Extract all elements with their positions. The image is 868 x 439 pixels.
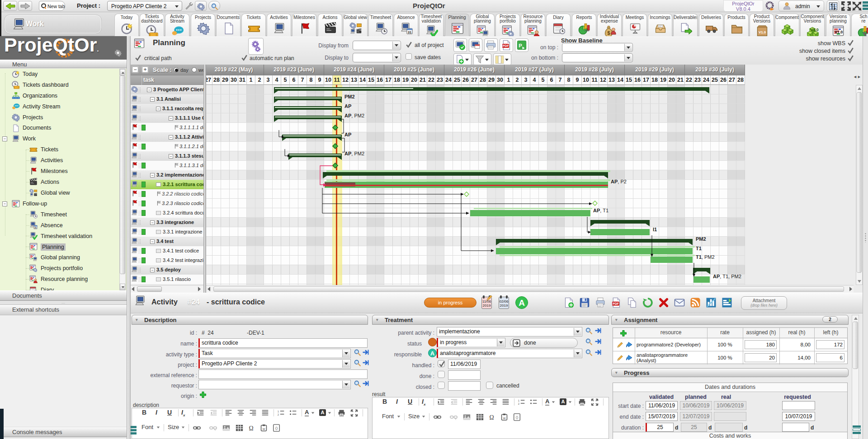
svg-text:PDF: PDF (613, 302, 619, 305)
svg-text:PDF: PDF (503, 44, 509, 47)
svg-text:Ω: Ω (489, 414, 494, 421)
svg-text:2: 2 (278, 413, 279, 416)
svg-text:〈〉: 〈〉 (516, 415, 519, 420)
svg-text:Ω: Ω (249, 425, 253, 432)
svg-text:2: 2 (518, 402, 519, 405)
svg-text:w: w (503, 416, 506, 420)
svg-text:w: w (262, 427, 265, 431)
svg-text:1: 1 (278, 410, 279, 413)
svg-text:〈〉: 〈〉 (275, 426, 278, 430)
svg-text:1: 1 (518, 399, 520, 402)
